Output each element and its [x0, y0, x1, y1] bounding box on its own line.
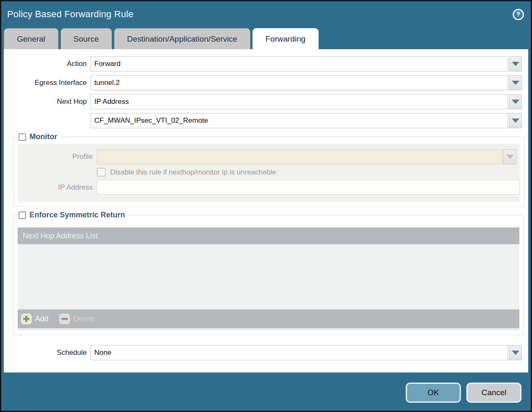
chevron-down-icon — [512, 119, 519, 123]
next-hop-address-input[interactable] — [90, 113, 508, 128]
ok-button[interactable]: OK — [406, 383, 461, 403]
action-dropdown-button[interactable] — [509, 56, 522, 71]
profile-row: Profile — [18, 149, 520, 164]
add-button-label: Add — [35, 314, 48, 323]
delete-icon — [59, 314, 70, 324]
enforce-symmetric-return-legend: Enforce Symmetric Return — [18, 211, 128, 219]
cancel-button[interactable]: Cancel — [466, 383, 521, 403]
next-hop-address-list-table: Next Hop Address List Add Delete — [18, 227, 519, 331]
next-hop-address-list-header: Next Hop Address List — [18, 227, 519, 244]
next-hop-row: Next Hop — [4, 94, 528, 109]
monitor-ip-address-label: IP Address — [18, 183, 97, 192]
pbf-rule-dialog: Policy Based Forwarding Rule ? General S… — [0, 0, 532, 412]
tab-forwarding-label: Forwarding — [266, 34, 306, 44]
action-label: Action — [4, 60, 90, 68]
chevron-down-icon — [506, 155, 514, 159]
schedule-row: Schedule — [4, 345, 528, 360]
egress-interface-label: Egress Interface — [4, 79, 90, 87]
monitor-fieldset: Monitor Profile Disable this rule if nex… — [13, 132, 524, 206]
schedule-dropdown-button[interactable] — [509, 345, 522, 360]
plus-glyph — [23, 316, 29, 322]
tab-source-label: Source — [74, 34, 99, 44]
forwarding-tab-content: Action Egress Interface Next Hop — [4, 49, 528, 372]
profile-dropdown-button — [503, 149, 516, 164]
next-hop-address-dropdown-button[interactable] — [509, 113, 522, 128]
next-hop-address-list-body — [18, 244, 519, 309]
enforce-symmetric-return-legend-label: Enforce Symmetric Return — [29, 211, 125, 219]
chevron-down-icon — [512, 100, 519, 104]
schedule-combo — [90, 345, 522, 360]
chevron-down-icon — [512, 351, 519, 355]
schedule-label: Schedule — [4, 349, 90, 357]
tab-general-label: General — [17, 34, 45, 44]
next-hop-combo — [90, 94, 522, 109]
tab-destination-label: Destination/Application/Service — [127, 34, 237, 44]
delete-button: Delete — [59, 314, 95, 324]
tab-bar: General Source Destination/Application/S… — [1, 27, 531, 49]
egress-interface-row: Egress Interface — [4, 75, 528, 90]
next-hop-address-list-toolbar: Add Delete — [18, 309, 519, 328]
egress-interface-dropdown-button[interactable] — [509, 75, 522, 90]
monitor-section-body: Profile Disable this rule if nexthop/mon… — [18, 144, 520, 202]
disable-rule-checkbox — [97, 168, 106, 177]
tab-source[interactable]: Source — [61, 28, 112, 49]
help-icon[interactable]: ? — [513, 9, 524, 20]
monitor-ip-address-input — [97, 180, 520, 195]
add-icon — [21, 314, 32, 324]
monitor-legend-label: Monitor — [29, 132, 57, 141]
table-bottom-strip — [18, 328, 519, 331]
chevron-down-icon — [512, 62, 519, 66]
disable-rule-row: Disable this rule if nexthop/monitor ip … — [18, 168, 520, 177]
action-input[interactable] — [90, 56, 508, 71]
profile-input — [97, 149, 503, 164]
chevron-down-icon — [512, 81, 519, 85]
tab-forwarding[interactable]: Forwarding — [253, 28, 319, 49]
next-hop-address-combo — [90, 113, 522, 128]
minus-glyph — [61, 318, 68, 320]
dialog-title: Policy Based Forwarding Rule — [7, 9, 133, 20]
dialog-titlebar: Policy Based Forwarding Rule ? — [1, 1, 531, 27]
add-button[interactable]: Add — [21, 314, 48, 324]
tab-general[interactable]: General — [4, 28, 59, 49]
enforce-symmetric-return-fieldset: Enforce Symmetric Return Next Hop Addres… — [13, 211, 524, 335]
egress-interface-combo — [90, 75, 522, 90]
next-hop-address-row — [4, 113, 528, 128]
egress-interface-input[interactable] — [90, 75, 508, 90]
next-hop-label: Next Hop — [4, 98, 90, 106]
monitor-checkbox[interactable] — [19, 133, 26, 141]
enforce-symmetric-return-checkbox[interactable] — [19, 211, 26, 219]
next-hop-dropdown-button[interactable] — [509, 94, 522, 109]
next-hop-type-input[interactable] — [90, 94, 508, 109]
tab-destination-application-service[interactable]: Destination/Application/Service — [114, 28, 250, 49]
profile-combo — [97, 149, 516, 164]
dialog-footer: OK Cancel — [1, 372, 531, 411]
profile-label: Profile — [18, 153, 97, 161]
disable-rule-checkbox-label: Disable this rule if nexthop/monitor ip … — [110, 168, 276, 177]
action-combo — [90, 56, 522, 71]
action-row: Action — [4, 56, 528, 71]
schedule-input[interactable] — [90, 345, 508, 360]
monitor-legend: Monitor — [18, 132, 60, 141]
monitor-ip-address-row: IP Address — [18, 180, 520, 195]
delete-button-label: Delete — [73, 314, 95, 323]
